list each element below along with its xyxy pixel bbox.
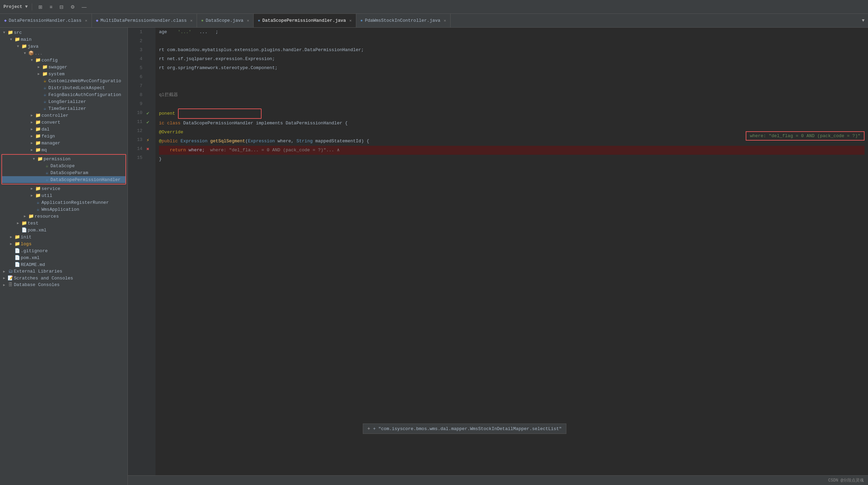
java-file-icon: ☕: [35, 207, 41, 212]
folder-icon: 📁: [21, 220, 28, 226]
tree-item-readme[interactable]: 📄 README.md: [0, 261, 128, 268]
expand-arrow-icon: ▼: [22, 51, 28, 55]
tree-item-timeserializer[interactable]: ☕ TimeSerializer: [0, 105, 128, 112]
toolbar-close-btn[interactable]: —: [80, 3, 89, 11]
tree-label: src: [14, 30, 22, 35]
toolbar-settings-btn[interactable]: ⚙: [68, 3, 77, 11]
tree-label: main: [21, 37, 31, 42]
marker-9: [145, 99, 151, 108]
tree-item-wmsapp[interactable]: ☕ WmsApplication: [0, 206, 128, 213]
tab-close-icon[interactable]: ✕: [444, 18, 446, 23]
tree-item-gitignore[interactable]: 📄 .gitignore: [0, 247, 128, 254]
tree-item-feign[interactable]: ▶ 📁 feign: [0, 133, 128, 140]
folder-icon: 📦: [28, 50, 35, 56]
tree-label: DistributedLockAspect: [48, 85, 105, 91]
code-editor[interactable]: age '...' ... ; rt com.baomidou.mybatisp…: [155, 28, 868, 475]
folder-icon: 📁: [14, 37, 21, 42]
tree-label: ApplicationRegisterRunner: [41, 200, 109, 205]
suggestion-text: + "com.isyscore.bmos.wms.dal.mapper.WmsS…: [373, 426, 562, 431]
tab-dropdown-btn[interactable]: ▼: [858, 18, 868, 23]
db-icon: 🗄: [7, 282, 14, 287]
tree-item-longserializer[interactable]: ☕ LongSerializer: [0, 98, 128, 105]
tree-item-pom1[interactable]: 📄 pom.xml: [0, 227, 128, 234]
marker-1: [145, 28, 151, 37]
tree-item-convert[interactable]: ▶ 📁 convert: [0, 119, 128, 126]
tree-item-init[interactable]: ▶ 📁 init: [0, 234, 128, 240]
tree-item-logs[interactable]: ▶ 📁 logs: [0, 240, 128, 247]
tab-multidatapermissionhandler[interactable]: ◆ MultiDataPermissionHandler.class ✕: [92, 14, 197, 27]
tab-close-icon[interactable]: ✕: [349, 18, 352, 23]
tree-item-util[interactable]: ▶ 📁 util: [0, 192, 128, 199]
expand-arrow-icon: ▼: [15, 45, 21, 48]
tree-item-datascopepermissionhandler[interactable]: ☕ DataScopePermissionHandler: [2, 176, 125, 183]
tree-item-feignbasic[interactable]: ☕ FeignBasicAuthConfiguration: [0, 91, 128, 98]
tab-java-icon: ●: [360, 18, 363, 23]
tab-close-icon[interactable]: ✕: [190, 18, 192, 23]
code-line-2: [159, 37, 865, 46]
tree-item-permission[interactable]: ▼ 📁 permission: [2, 155, 125, 162]
tree-item-config[interactable]: ▼ 📁 config: [0, 57, 128, 64]
toolbar-structure-btn[interactable]: ⊞: [36, 3, 45, 11]
tree-item-distributedlock[interactable]: ☕ DistributedLockAspect: [0, 84, 128, 91]
tree-item-test[interactable]: ▶ 📁 test: [0, 220, 128, 227]
tree-item-db-consoles[interactable]: ▶ 🗄 Database Consoles: [0, 282, 128, 288]
tree-label: FeignBasicAuthConfiguration: [48, 92, 121, 97]
marker-13: ⚡: [145, 135, 151, 144]
tree-item-pom2[interactable]: 📄 pom.xml: [0, 254, 128, 261]
dropdown-arrow-icon[interactable]: ▼: [25, 4, 28, 9]
tree-item-datascopeparam[interactable]: ☕ DataScopeParam: [2, 169, 125, 176]
tree-item-java[interactable]: ▼ 📁 java: [0, 43, 128, 50]
line-numbers: 1 2 3 4 5 6 7 8 9 10 11 12 13 14 15: [128, 28, 145, 475]
project-label: Project: [3, 4, 22, 9]
gitignore-icon: 📄: [14, 248, 21, 254]
tree-item-swagger[interactable]: ▶ 📁 swagger: [0, 64, 128, 70]
java-file-blue-icon: ☕: [44, 170, 50, 175]
tree-item-controller[interactable]: ▶ 📁 controller: [0, 112, 128, 119]
toolbar-separator: [32, 3, 32, 10]
tree-item-manager[interactable]: ▶ 📁 manager: [0, 140, 128, 146]
tree-item-system[interactable]: ▶ 📁 system: [0, 70, 128, 77]
tree-item-dal[interactable]: ▶ 📁 dal: [0, 126, 128, 133]
tree-item-appregrunner[interactable]: ☕ ApplicationRegisterRunner: [0, 199, 128, 206]
tab-pdawmsstockincontroller[interactable]: ● PdaWmsStockInController.java ✕: [356, 14, 451, 27]
tree-item-resources[interactable]: ▶ 📁 resources: [0, 213, 128, 220]
tree-label: logs: [21, 241, 31, 247]
tab-datapermissionhandler[interactable]: ◆ DataPermissionHandler.class ✕: [0, 14, 92, 27]
collapse-arrow-icon: ▶: [29, 141, 35, 145]
java-file-blue-icon: ☕: [44, 177, 50, 182]
tree-label: manager: [41, 141, 60, 146]
toolbar-sort-btn[interactable]: ⊟: [57, 3, 66, 11]
tab-close-icon[interactable]: ✕: [247, 18, 249, 23]
tree-item-package[interactable]: ▼ 📦 ...: [0, 50, 128, 57]
marker-7: [145, 82, 151, 91]
tab-datascope[interactable]: ● DataScope.java ✕: [197, 14, 254, 27]
code-line-15: }: [159, 155, 865, 164]
body-area: ▼ 📁 src ▼ 📁 main ▼ 📁 java: [0, 28, 868, 485]
java-file-icon: ☕: [41, 99, 48, 104]
tab-label: DataPermissionHandler.class: [9, 18, 82, 23]
tree-item-src[interactable]: ▼ 📁 src: [0, 29, 128, 36]
tree-item-external-libs[interactable]: ▶ 🗂 External Libraries: [0, 268, 128, 275]
tree-label: test: [28, 221, 38, 226]
tree-item-mq[interactable]: ▶ 📁 mq: [0, 146, 128, 153]
collapse-arrow-icon: ▶: [29, 148, 35, 152]
tree-item-customizewebmvc[interactable]: ☕ CustomizeWebMvcConfiguratio: [0, 77, 128, 84]
marker-2: [145, 37, 151, 46]
tree-label: java: [28, 44, 38, 49]
marker-5: [145, 64, 151, 73]
toolbar-collapse-btn[interactable]: ≡: [47, 3, 54, 11]
tree-label: dal: [41, 127, 49, 132]
tab-close-icon[interactable]: ✕: [85, 18, 87, 23]
code-container: 1 2 3 4 5 6 7 8 9 10 11 12 13 14 15: [128, 28, 868, 475]
tree-label: service: [41, 186, 60, 191]
folder-icon: 📁: [35, 113, 41, 118]
tree-item-scratches[interactable]: ▶ 📝 Scratches and Consoles: [0, 275, 128, 282]
tree-item-main[interactable]: ▼ 📁 main: [0, 36, 128, 43]
tab-label: MultiDataPermissionHandler.class: [101, 18, 187, 23]
folder-icon: 📁: [21, 44, 28, 49]
tree-item-service[interactable]: ▶ 📁 service: [0, 185, 128, 192]
marker-3: [145, 46, 151, 55]
tree-item-datascope[interactable]: ☕ DataScope: [2, 162, 125, 169]
tab-datascopepermissionhandler[interactable]: ● DataScopePermissionHandler.java ✕: [254, 14, 356, 27]
tree-label: pom.xml: [21, 255, 40, 260]
